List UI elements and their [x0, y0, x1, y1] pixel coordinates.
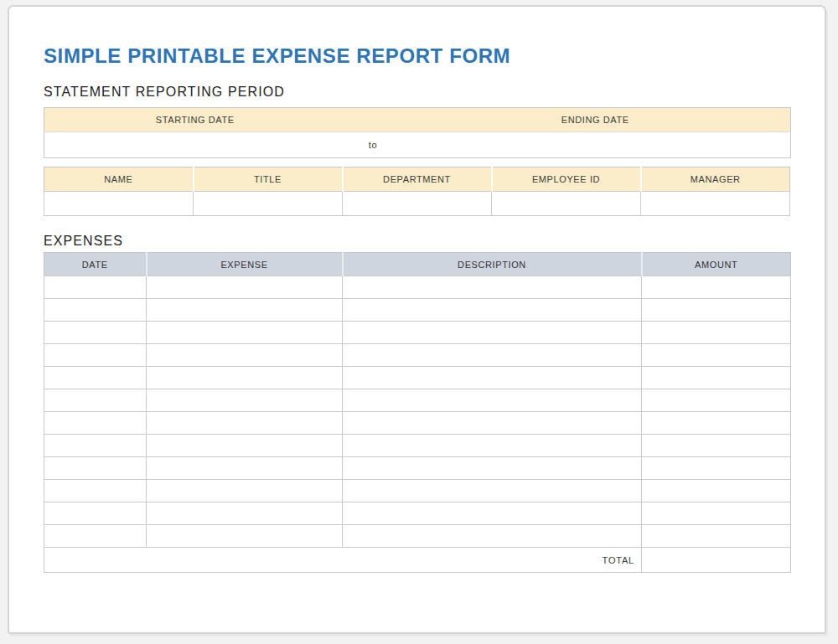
total-label: TOTAL [44, 548, 642, 573]
expense-type-cell[interactable] [147, 389, 343, 412]
expense-amount-cell[interactable] [642, 299, 791, 322]
expense-description-cell[interactable] [343, 389, 642, 412]
expense-amount-cell[interactable] [642, 322, 791, 344]
expense-type-cell[interactable] [147, 299, 343, 322]
expense-amount-cell[interactable] [642, 502, 791, 525]
expense-description-cell[interactable] [343, 457, 642, 480]
manager-cell[interactable] [641, 192, 790, 216]
expense-description-cell[interactable] [343, 367, 642, 389]
expense-description-cell[interactable] [343, 480, 642, 502]
expense-date-cell[interactable] [44, 502, 147, 525]
department-cell[interactable] [343, 192, 492, 216]
expense-header: EXPENSE [147, 253, 343, 276]
expense-description-cell[interactable] [343, 322, 642, 344]
expense-type-cell[interactable] [147, 435, 343, 457]
expense-date-cell[interactable] [44, 412, 147, 435]
expense-type-cell[interactable] [147, 525, 343, 548]
expense-date-cell[interactable] [44, 367, 147, 389]
expense-type-cell[interactable] [147, 457, 343, 480]
reporting-period-table: STARTING DATE ENDING DATE to [44, 107, 791, 158]
expense-amount-cell[interactable] [642, 480, 791, 502]
expense-amount-cell[interactable] [642, 389, 791, 412]
manager-header: MANAGER [641, 167, 790, 192]
page-title: SIMPLE PRINTABLE EXPENSE REPORT FORM [44, 44, 789, 69]
title-header: TITLE [194, 167, 343, 192]
employee-id-header: EMPLOYEE ID [492, 167, 641, 192]
starting-date-header: STARTING DATE [44, 108, 346, 132]
expense-date-cell[interactable] [44, 389, 147, 412]
expense-type-cell[interactable] [147, 502, 343, 525]
employee-value-row [44, 192, 790, 216]
period-separator-label: to [346, 132, 401, 158]
expense-amount-cell[interactable] [642, 412, 791, 435]
expense-description-cell[interactable] [343, 412, 642, 435]
expense-row [44, 367, 791, 389]
expense-description-cell[interactable] [343, 525, 642, 548]
expense-row [44, 276, 791, 299]
expenses-header-row: DATE EXPENSE DESCRIPTION AMOUNT [44, 253, 791, 276]
expense-date-cell[interactable] [44, 457, 147, 480]
expense-row [44, 480, 791, 502]
expense-date-cell[interactable] [44, 299, 147, 322]
expense-date-cell[interactable] [44, 525, 147, 548]
name-header: NAME [44, 167, 194, 192]
ending-date-header: ENDING DATE [401, 108, 791, 132]
expense-row [44, 389, 791, 412]
expense-description-cell[interactable] [343, 276, 642, 299]
expense-type-cell[interactable] [147, 276, 343, 299]
expense-amount-cell[interactable] [642, 344, 791, 367]
employee-info-table: NAME TITLE DEPARTMENT EMPLOYEE ID MANAGE… [44, 167, 790, 216]
description-header: DESCRIPTION [343, 253, 642, 276]
expense-rows [44, 276, 791, 548]
name-cell[interactable] [44, 192, 194, 216]
total-amount-cell[interactable] [642, 548, 791, 573]
starting-date-cell[interactable] [44, 132, 346, 158]
date-header: DATE [44, 253, 147, 276]
department-header: DEPARTMENT [343, 167, 492, 192]
expense-type-cell[interactable] [147, 344, 343, 367]
expense-row [44, 457, 791, 480]
expense-amount-cell[interactable] [642, 435, 791, 457]
expense-description-cell[interactable] [343, 435, 642, 457]
employee-id-cell[interactable] [492, 192, 641, 216]
expense-amount-cell[interactable] [642, 525, 791, 548]
expense-date-cell[interactable] [44, 480, 147, 502]
expense-amount-cell[interactable] [642, 367, 791, 389]
expense-row [44, 299, 791, 322]
expense-type-cell[interactable] [147, 480, 343, 502]
document-page: SIMPLE PRINTABLE EXPENSE REPORT FORM STA… [8, 5, 826, 634]
expense-row [44, 502, 791, 525]
ending-date-cell[interactable] [401, 132, 791, 158]
expense-row [44, 344, 791, 367]
expense-amount-cell[interactable] [642, 457, 791, 480]
expense-date-cell[interactable] [44, 344, 147, 367]
expense-description-cell[interactable] [343, 299, 642, 322]
period-header-row: STARTING DATE ENDING DATE [44, 108, 791, 132]
expense-row [44, 412, 791, 435]
expense-description-cell[interactable] [343, 502, 642, 525]
expense-date-cell[interactable] [44, 276, 147, 299]
period-value-row: to [44, 132, 791, 158]
expense-row [44, 322, 791, 344]
expense-type-cell[interactable] [147, 367, 343, 389]
title-cell[interactable] [194, 192, 343, 216]
employee-header-row: NAME TITLE DEPARTMENT EMPLOYEE ID MANAGE… [44, 167, 790, 192]
section-heading-expenses: EXPENSES [44, 232, 789, 250]
expense-date-cell[interactable] [44, 435, 147, 457]
expenses-table: DATE EXPENSE DESCRIPTION AMOUNT TOTAL [44, 252, 791, 573]
expense-type-cell[interactable] [147, 322, 343, 344]
expense-amount-cell[interactable] [642, 276, 791, 299]
amount-header: AMOUNT [642, 253, 791, 276]
expense-description-cell[interactable] [343, 344, 642, 367]
period-header-spacer [346, 108, 401, 132]
expense-row [44, 525, 791, 548]
section-heading-reporting-period: STATEMENT REPORTING PERIOD [44, 83, 789, 101]
total-row: TOTAL [44, 548, 791, 573]
expense-type-cell[interactable] [147, 412, 343, 435]
expense-date-cell[interactable] [44, 322, 147, 344]
expense-row [44, 435, 791, 457]
